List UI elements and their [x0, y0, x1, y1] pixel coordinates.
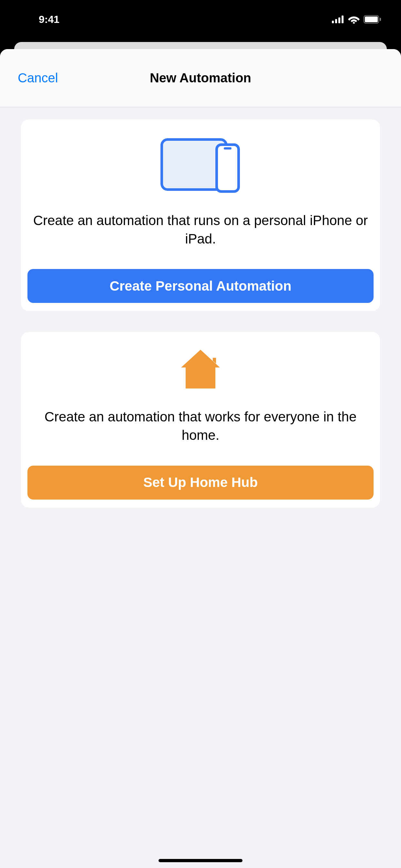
battery-icon [364, 15, 382, 24]
home-automation-card: Create an automation that works for ever… [21, 332, 380, 507]
svg-rect-6 [365, 17, 378, 22]
svg-rect-7 [380, 18, 381, 21]
page-title: New Automation [150, 71, 251, 85]
devices-icon [27, 135, 374, 194]
modal-sheet: Cancel New Automation Create an automati… [0, 49, 401, 868]
status-indicators [332, 15, 382, 24]
home-automation-description: Create an automation that works for ever… [27, 408, 374, 444]
content-area: Create an automation that runs on a pers… [0, 107, 401, 541]
navigation-bar: Cancel New Automation [0, 49, 401, 107]
cellular-signal-icon [332, 16, 344, 23]
svg-rect-2 [338, 18, 340, 23]
svg-rect-3 [342, 16, 343, 23]
home-icon [27, 348, 374, 390]
sheet-backdrop [14, 42, 387, 49]
personal-automation-card: Create an automation that runs on a pers… [21, 120, 380, 311]
svg-rect-10 [224, 147, 232, 150]
setup-home-hub-button[interactable]: Set Up Home Hub [27, 466, 374, 500]
svg-point-4 [353, 22, 355, 24]
cancel-button[interactable]: Cancel [18, 71, 58, 85]
create-personal-automation-button[interactable]: Create Personal Automation [27, 269, 374, 303]
home-indicator[interactable] [158, 859, 243, 862]
svg-rect-1 [335, 19, 337, 23]
status-bar: 9:41 [0, 0, 401, 42]
svg-rect-0 [332, 21, 334, 23]
svg-rect-9 [217, 145, 239, 191]
personal-automation-description: Create an automation that runs on a pers… [27, 212, 374, 248]
status-time: 9:41 [39, 13, 59, 26]
wifi-icon [348, 15, 360, 24]
